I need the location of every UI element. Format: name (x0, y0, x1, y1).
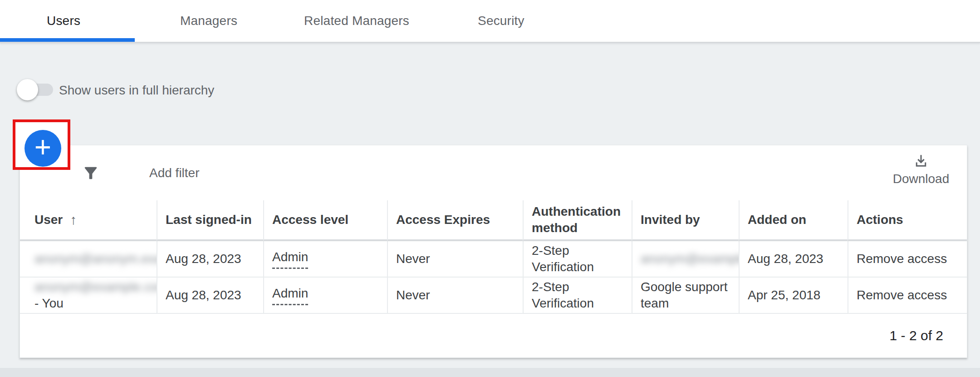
active-tab-indicator (0, 38, 135, 42)
sort-ascending-icon: ↑ (70, 212, 77, 228)
column-header-access-level[interactable]: Access level (263, 200, 387, 241)
pagination-label: 1 - 2 of 2 (890, 328, 943, 343)
tab-related-managers[interactable]: Related Managers (304, 0, 409, 42)
download-label: Download (893, 172, 950, 186)
table-row-2-access-expires: Never (387, 278, 523, 314)
users-table: User ↑ Last signed-in Access level Acces… (20, 200, 967, 314)
table-row-1-remove-access[interactable]: Remove access (848, 241, 967, 278)
column-header-added-on[interactable]: Added on (739, 200, 848, 241)
table-row-1-invited-by: anonym@example.com (632, 241, 739, 278)
bottom-edge-strip (0, 368, 980, 377)
toggle-knob[interactable] (17, 79, 38, 100)
plus-icon: + (34, 133, 51, 162)
column-header-user[interactable]: User ↑ (20, 200, 157, 241)
table-row-2-remove-access[interactable]: Remove access (848, 278, 967, 314)
table-row-1-access-expires: Never (387, 241, 523, 278)
table-row-2-added-on: Apr 25, 2018 (739, 278, 848, 314)
table-row-1-access-level: Admin (263, 241, 387, 278)
tab-security[interactable]: Security (478, 0, 524, 42)
column-header-invited-by[interactable]: Invited by (632, 200, 739, 241)
table-row-1-user: anonym@anonym.example.net (20, 241, 157, 278)
filter-toolbar: Add filter Download (20, 145, 967, 200)
table-row-2-user: anonym@example.com - You (20, 278, 157, 314)
users-table-card: Add filter Download User ↑ Last signed-i… (20, 145, 967, 358)
user-you-suffix: - You (34, 295, 64, 312)
tab-managers[interactable]: Managers (180, 0, 237, 42)
table-footer: 1 - 2 of 2 (20, 314, 967, 357)
hierarchy-toggle-label: Show users in full hierarchy (59, 83, 214, 98)
hierarchy-toggle-row: Show users in full hierarchy (0, 77, 408, 104)
column-header-last-signed-in[interactable]: Last signed-in (157, 200, 263, 241)
table-row-2-access-level: Admin (263, 278, 387, 314)
add-filter-button[interactable]: Add filter (149, 166, 200, 180)
download-button[interactable]: Download (882, 153, 960, 186)
table-row-2-invited-by: Google support team (632, 278, 739, 314)
hierarchy-toggle[interactable] (19, 84, 53, 96)
blurred-email: anonym@example.com (34, 279, 157, 295)
column-header-actions: Actions (848, 200, 967, 241)
table-row-2-last-signed-in: Aug 28, 2023 (157, 278, 263, 314)
column-header-user-label: User (34, 212, 63, 228)
blurred-email: anonym@anonym.example.net (34, 251, 157, 267)
table-row-1-auth-method: 2-Step Verification (523, 241, 632, 278)
tab-users[interactable]: Users (47, 0, 80, 42)
tab-bar: Users Managers Related Managers Security (0, 0, 980, 43)
table-row-1-added-on: Aug 28, 2023 (739, 241, 848, 278)
blurred-email: anonym@example.com (641, 251, 739, 267)
column-header-authentication-method[interactable]: Authentication method (523, 200, 632, 241)
table-row-2-auth-method: 2-Step Verification (523, 278, 632, 314)
add-user-button[interactable]: + (24, 130, 61, 167)
table-row-1-last-signed-in: Aug 28, 2023 (157, 241, 263, 278)
filter-icon[interactable] (82, 164, 100, 182)
download-icon (913, 153, 929, 169)
access-level-value[interactable]: Admin (272, 285, 308, 305)
column-header-access-expires[interactable]: Access Expires (387, 200, 523, 241)
access-level-value[interactable]: Admin (272, 249, 308, 269)
highlight-box: + (13, 119, 70, 170)
